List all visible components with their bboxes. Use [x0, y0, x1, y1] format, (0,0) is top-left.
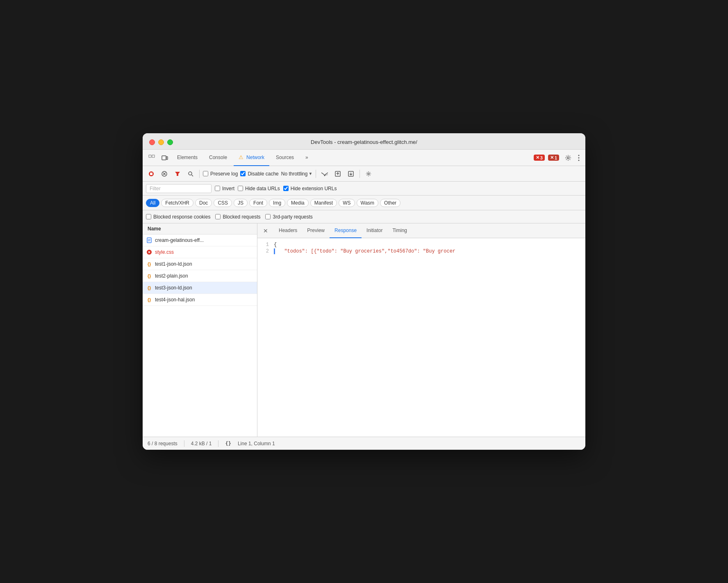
inspect-element-button[interactable] — [146, 153, 157, 163]
error-badge[interactable]: ✕ 3 — [534, 155, 545, 161]
svg-rect-0 — [149, 155, 151, 157]
preserve-log-checkbox[interactable]: Preserve log — [203, 171, 238, 177]
svg-point-21 — [368, 173, 369, 175]
settings-button[interactable] — [562, 153, 574, 163]
invert-input[interactable] — [215, 186, 220, 191]
tab-response[interactable]: Response — [330, 223, 362, 238]
disable-cache-input[interactable] — [240, 171, 246, 176]
maximize-button[interactable] — [167, 139, 173, 145]
clear-button[interactable] — [159, 169, 170, 179]
filter-fetch-xhr-button[interactable]: Fetch/XHR — [161, 199, 193, 207]
warning-badge[interactable]: ✕ 1 — [548, 155, 559, 161]
close-panel-button[interactable]: ✕ — [261, 226, 271, 236]
svg-point-5 — [578, 155, 580, 156]
blocked-cookies-checkbox[interactable]: Blocked response cookies — [146, 214, 210, 220]
file-list-header: Name — [143, 223, 257, 235]
hide-extension-urls-checkbox[interactable]: Hide extension URLs — [283, 186, 337, 191]
filter-ws-button[interactable]: WS — [339, 199, 355, 207]
import-button[interactable] — [346, 169, 356, 179]
throttle-arrow: ▼ — [308, 171, 312, 176]
third-party-checkbox[interactable]: 3rd-party requests — [265, 214, 312, 220]
filter-input[interactable] — [146, 184, 212, 193]
tab-headers[interactable]: Headers — [274, 223, 302, 238]
tab-sources[interactable]: Sources — [271, 150, 299, 166]
filter-img-button[interactable]: Img — [269, 199, 285, 207]
search-button[interactable] — [185, 169, 196, 179]
stop-recording-button[interactable] — [146, 169, 157, 179]
filter-js-button[interactable]: JS — [234, 199, 248, 207]
disable-cache-checkbox[interactable]: Disable cache — [240, 171, 278, 177]
status-divider2 — [218, 440, 218, 447]
top-toolbar: Elements Console ⚠ Network Sources » ✕ 3… — [143, 150, 585, 166]
svg-point-4 — [567, 157, 569, 159]
devtools-window: DevTools - cream-gelatinous-effect.glitc… — [143, 133, 585, 450]
svg-point-7 — [578, 159, 580, 161]
tab-timing[interactable]: Timing — [387, 223, 412, 238]
toolbar-divider2 — [316, 170, 316, 178]
list-item[interactable]: {} test4-json-hal.json — [143, 294, 257, 306]
filter-toolbar: Invert Hide data URLs Hide extension URL… — [143, 182, 585, 196]
blocked-requests-checkbox[interactable]: Blocked requests — [215, 214, 260, 220]
tab-initiator[interactable]: Initiator — [362, 223, 387, 238]
invert-checkbox[interactable]: Invert — [215, 186, 234, 191]
more-options-button[interactable] — [576, 153, 582, 163]
throttle-label: No throttling — [281, 171, 308, 177]
hide-data-urls-checkbox[interactable]: Hide data URLs — [238, 186, 280, 191]
svg-rect-2 — [162, 156, 166, 160]
json-icon: {} — [146, 273, 152, 279]
error-x-icon: ✕ — [536, 155, 539, 160]
third-party-input[interactable] — [265, 214, 271, 219]
tab-preview[interactable]: Preview — [302, 223, 330, 238]
list-item[interactable]: {} test1-json-ld.json — [143, 258, 257, 270]
network-conditions-button[interactable] — [319, 169, 330, 179]
response-panel: ✕ Headers Preview Response Initiator Tim… — [257, 223, 585, 437]
list-item[interactable]: style.css — [143, 246, 257, 258]
throttle-selector[interactable]: No throttling ▼ — [281, 171, 313, 177]
transfer-size: 4.2 kB / 1 — [191, 441, 212, 446]
file-name: test4-json-hal.json — [155, 297, 195, 303]
filter-manifest-button[interactable]: Manifest — [310, 199, 337, 207]
tab-more[interactable]: » — [300, 150, 313, 166]
warning-x-icon: ✕ — [550, 155, 554, 160]
filter-font-button[interactable]: Font — [249, 199, 267, 207]
minimize-button[interactable] — [158, 139, 164, 145]
list-item[interactable]: {} test3-json-ld.json — [143, 282, 257, 294]
svg-marker-13 — [175, 172, 180, 176]
hide-extension-urls-input[interactable] — [283, 186, 289, 191]
filter-all-button[interactable]: All — [146, 199, 159, 207]
svg-point-16 — [324, 175, 325, 176]
blocked-requests-input[interactable] — [215, 214, 221, 219]
error-icon — [146, 249, 152, 255]
tab-elements[interactable]: Elements — [172, 150, 202, 166]
list-item[interactable]: {} test2-plain.json — [143, 270, 257, 282]
file-name: test1-json-ld.json — [155, 261, 192, 267]
filter-button[interactable] — [172, 169, 183, 179]
doc-icon — [146, 237, 152, 244]
file-name: cream-gelatinous-eff... — [155, 237, 204, 243]
blocked-cookies-input[interactable] — [146, 214, 151, 219]
status-bar: 6 / 8 requests 4.2 kB / 1 {} Line 1, Col… — [143, 437, 585, 450]
svg-rect-9 — [150, 173, 152, 175]
filter-wasm-button[interactable]: Wasm — [357, 199, 379, 207]
filter-other-button[interactable]: Other — [380, 199, 400, 207]
device-toolbar-button[interactable] — [159, 153, 171, 163]
window-title: DevTools - cream-gelatinous-effect.glitc… — [311, 139, 417, 145]
hide-data-urls-input[interactable] — [238, 186, 243, 191]
close-button[interactable] — [149, 139, 155, 145]
preserve-log-input[interactable] — [203, 171, 208, 176]
json-icon: {} — [146, 285, 152, 291]
filter-doc-button[interactable]: Doc — [195, 199, 212, 207]
network-settings-button[interactable] — [363, 169, 374, 179]
toolbar-divider — [199, 170, 200, 178]
filter-css-button[interactable]: CSS — [214, 199, 232, 207]
network-toolbar: Preserve log Disable cache No throttling… — [143, 166, 585, 182]
tab-network[interactable]: ⚠ Network — [234, 150, 269, 166]
type-filter-toolbar: All Fetch/XHR Doc CSS JS Font Img Media … — [143, 196, 585, 210]
code-viewer: 1 { 2 "todos": [{"todo": "Buy groceries"… — [257, 238, 585, 437]
filter-media-button[interactable]: Media — [287, 199, 309, 207]
request-count: 6 / 8 requests — [148, 441, 177, 446]
tab-console[interactable]: Console — [204, 150, 232, 166]
export-button[interactable] — [332, 169, 343, 179]
toolbar-divider3 — [359, 170, 360, 178]
list-item[interactable]: cream-gelatinous-eff... — [143, 235, 257, 246]
